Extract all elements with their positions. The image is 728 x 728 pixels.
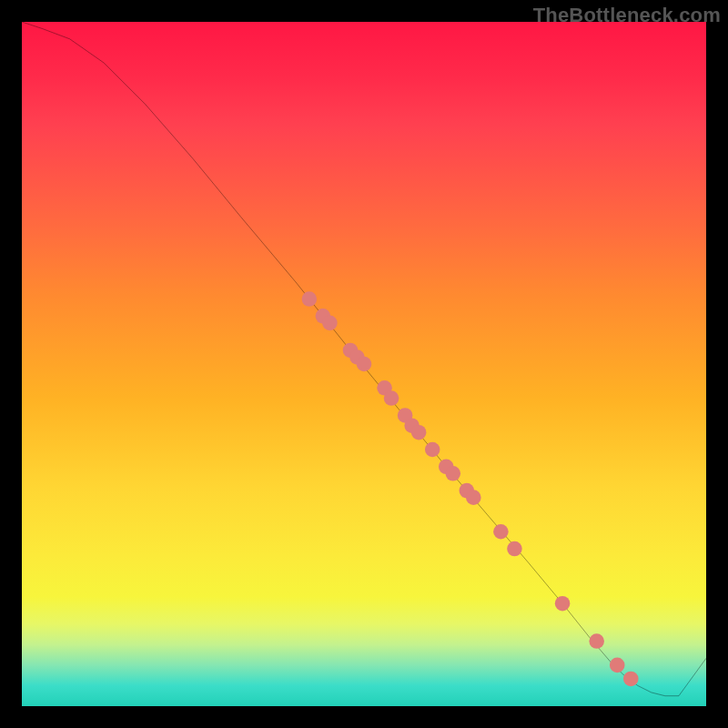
data-point (425, 442, 440, 458)
data-point (322, 316, 338, 331)
data-point (589, 633, 604, 649)
chart-frame: TheBottleneck.com (0, 0, 728, 728)
data-point (466, 490, 481, 505)
data-point (507, 541, 522, 557)
data-point (411, 425, 427, 440)
data-point (555, 596, 571, 612)
data-point (493, 524, 509, 540)
data-point (384, 390, 399, 406)
watermark-label: TheBottleneck.com (533, 4, 721, 27)
data-point (610, 658, 625, 673)
data-point (357, 357, 372, 372)
data-points (302, 291, 639, 686)
data-point (302, 291, 318, 307)
data-point (445, 466, 460, 481)
chart-svg (22, 22, 706, 706)
data-point (623, 672, 639, 687)
plot-area (22, 22, 706, 706)
